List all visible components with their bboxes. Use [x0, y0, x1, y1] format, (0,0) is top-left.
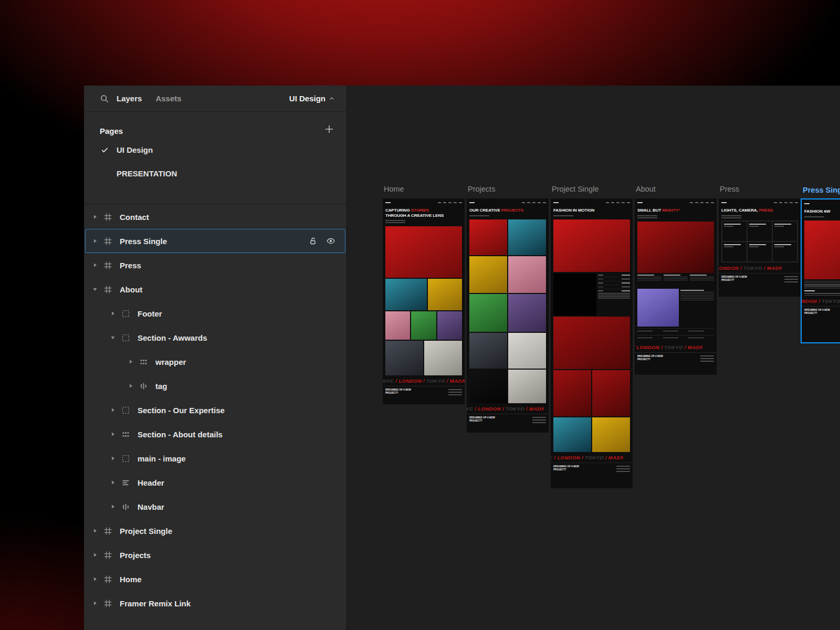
text-column — [664, 275, 688, 287]
mini-blocks: NYC / LONDON / TOKYO / MADRIDDREAMING UP… — [385, 226, 462, 396]
layer-row-section-our-expertise[interactable]: Section - Our Expertise — [85, 398, 345, 422]
marquee-text: TOKYO — [822, 298, 840, 304]
layer-row-wrapper[interactable]: wrapper — [85, 350, 345, 374]
chevron-right-icon[interactable] — [92, 214, 98, 220]
layer-row-section-about-details[interactable]: Section - About details — [85, 422, 345, 446]
mini-heading-line: OUR CREATIVE PROJECTS — [469, 208, 546, 213]
unlock-icon[interactable] — [308, 236, 318, 246]
frame-label-press-single[interactable]: Press Single — [803, 186, 840, 195]
press-card[interactable] — [747, 242, 772, 262]
mini-logo — [721, 202, 727, 203]
search-icon[interactable] — [100, 94, 109, 103]
chevron-right-icon[interactable] — [92, 238, 98, 244]
layer-row-tag[interactable]: tag — [85, 374, 345, 398]
mini-heading-line: FASHION IN MOTION — [553, 208, 630, 213]
marquee-text: / — [604, 455, 608, 460]
chevron-right-icon[interactable] — [92, 552, 98, 558]
chevron-right-icon[interactable] — [92, 600, 98, 606]
frame-icon — [103, 261, 112, 270]
press-card[interactable] — [722, 242, 747, 262]
chevron-right-icon[interactable] — [92, 576, 98, 582]
layer-row-press-single[interactable]: Press Single — [85, 229, 345, 253]
text-column — [690, 275, 714, 287]
image-row — [553, 219, 630, 272]
photo-tile-redcurtain — [592, 370, 630, 416]
frame-project-single[interactable]: FASHION IN MOTIONNYC / LONDON / TOKYO / … — [551, 198, 633, 488]
layer-row-home[interactable]: Home — [85, 567, 345, 591]
press-card[interactable] — [747, 221, 772, 242]
frame-press[interactable]: LIGHTS, CAMERA, PRESSNYC / LONDON / TOKY… — [719, 198, 801, 297]
page-row-presentation[interactable]: PRESENTATION — [84, 162, 346, 185]
marquee-text: / — [762, 265, 767, 271]
frame-press-single[interactable]: FASHION AWNYC / LONDON / TOKYO / MADRIDD… — [802, 200, 840, 342]
mini-heading-text: LIGHTS, CAMERA, — [721, 208, 759, 213]
marquee-text: NYC — [383, 378, 394, 384]
layer-row-contact[interactable]: Contact — [85, 205, 345, 229]
layer-row-press[interactable]: Press — [85, 253, 345, 277]
layer-row-section-awwards[interactable]: Section - Awwards — [85, 326, 345, 350]
frame-label-project-single[interactable]: Project Single — [552, 185, 598, 194]
mini-nav-item — [443, 202, 446, 203]
text-line-bar — [680, 297, 714, 298]
layer-row-framer-remix-link[interactable]: Framer Remix Link — [85, 591, 345, 615]
layer-row-footer[interactable]: Footer — [85, 301, 345, 326]
layer-row-header[interactable]: Header — [85, 470, 345, 495]
frame-label-home[interactable]: Home — [384, 185, 404, 194]
marquee-text: MADRID — [529, 406, 544, 412]
page-row-ui-design[interactable]: UI Design — [84, 138, 346, 162]
chevron-down-icon[interactable] — [110, 334, 116, 341]
press-grid — [721, 220, 798, 262]
frame-icon — [103, 237, 112, 246]
marquee-text: TOKYO — [743, 265, 762, 271]
press-card-sub-bar — [749, 226, 759, 227]
text-column — [637, 275, 662, 287]
press-card[interactable] — [772, 242, 797, 262]
chevron-right-icon[interactable] — [110, 431, 116, 437]
link-cell — [637, 328, 663, 335]
chevron-right-icon[interactable] — [110, 455, 116, 461]
chevron-right-icon[interactable] — [110, 503, 116, 510]
tab-assets[interactable]: Assets — [155, 94, 181, 103]
press-card[interactable] — [772, 221, 797, 242]
image-row — [553, 417, 630, 452]
page-dropdown[interactable]: UI Design — [289, 94, 335, 103]
chevron-right-icon[interactable] — [110, 407, 116, 413]
frame-label-press[interactable]: Press — [720, 185, 739, 194]
frame-label-about[interactable]: About — [636, 185, 656, 194]
press-card-title-bar — [749, 244, 766, 245]
chevron-right-icon[interactable] — [92, 528, 98, 534]
frame-about[interactable]: SMALL BUT MIGHTY*NYC / LONDON / TOKYO / … — [635, 198, 717, 375]
frame-home[interactable]: CAPTURING STORIESTHROUGH A CREATIVE LENS… — [383, 198, 465, 404]
tab-layers[interactable]: Layers — [117, 94, 142, 103]
frame-projects[interactable]: OUR CREATIVE PROJECTSNYC / LONDON / TOKY… — [467, 198, 549, 433]
layer-row-projects[interactable]: Projects — [85, 543, 345, 567]
chevron-right-icon[interactable] — [128, 383, 134, 389]
mini-nav-item — [700, 202, 704, 203]
eye-icon[interactable] — [326, 236, 335, 246]
marquee-text: MADRID — [767, 265, 782, 271]
chevron-right-icon[interactable] — [110, 479, 116, 486]
chevron-right-icon[interactable] — [110, 310, 116, 317]
group-icon — [121, 454, 130, 463]
layer-row-about[interactable]: About — [85, 277, 345, 301]
mini-nav-item — [459, 202, 462, 203]
layer-label: Section - Our Expertise — [138, 406, 225, 415]
chevron-down-icon[interactable] — [92, 286, 98, 292]
photo-tile-darkgray — [469, 333, 507, 369]
layer-row-main-image[interactable]: main - image — [85, 446, 345, 470]
frame-label-projects[interactable]: Projects — [468, 185, 495, 194]
plus-icon[interactable] — [323, 123, 335, 135]
text-heading-bar — [637, 275, 654, 276]
layer-label: Contact — [120, 213, 149, 222]
marquee-text: TOKYO — [426, 378, 445, 384]
canvas[interactable]: HomeCAPTURING STORIESTHROUGH A CREATIVE … — [346, 86, 840, 630]
layer-tree: ContactPress SinglePressAboutFooterSecti… — [84, 205, 346, 615]
layer-row-navbar[interactable]: Navbar — [85, 495, 345, 519]
paragraph-lines — [804, 281, 840, 289]
chevron-right-icon[interactable] — [92, 262, 98, 268]
press-card[interactable] — [722, 221, 747, 242]
marquee-text: LONDON — [557, 455, 580, 460]
chevron-right-icon[interactable] — [128, 359, 134, 365]
layer-row-project-single[interactable]: Project Single — [85, 519, 345, 543]
layer-label: Header — [138, 478, 164, 487]
